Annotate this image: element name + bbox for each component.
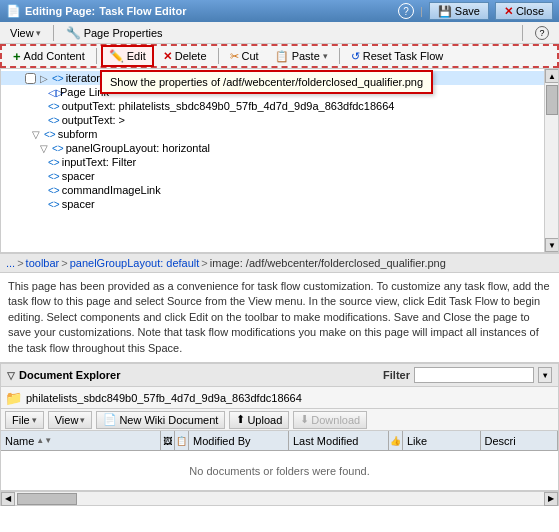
separator: |: [420, 5, 423, 17]
scroll-left-button[interactable]: ◀: [1, 492, 15, 506]
tree-item-outputtext1[interactable]: <> outputText: philatelists_sbdc849b0_57…: [1, 99, 558, 113]
menu-separator2: [522, 25, 523, 41]
info-text: This page has been provided as a conveni…: [8, 280, 550, 354]
view-menu[interactable]: View ▾: [4, 25, 47, 41]
tag-icon-subform: <>: [44, 129, 56, 140]
th-descri[interactable]: Descri: [481, 431, 559, 450]
th-modified-by[interactable]: Modified By: [189, 431, 289, 450]
scroll-up-button[interactable]: ▲: [545, 69, 559, 83]
scroll-thumb[interactable]: [546, 85, 558, 115]
tag-icon-spacer2: <>: [48, 199, 60, 210]
new-wiki-doc-icon: 📄: [103, 413, 117, 426]
tag-icon-panelgroup: <>: [52, 143, 64, 154]
table-body: No documents or folders were found.: [1, 451, 558, 491]
th-descri-label: Descri: [485, 435, 516, 447]
doc-explorer-title: Document Explorer: [19, 369, 120, 381]
folder-icon: 📁: [5, 390, 22, 406]
tag-icon-it: <>: [48, 157, 60, 168]
th-like-label: Like: [407, 435, 427, 447]
breadcrumb-toolbar[interactable]: toolbar: [26, 257, 60, 269]
tree-item-panelgroup[interactable]: ▽ <> panelGroupLayout: horizontal: [1, 141, 558, 155]
filter-scroll-button[interactable]: ▾: [538, 367, 552, 383]
delete-button[interactable]: ✕ Delete: [156, 47, 214, 66]
th-name[interactable]: Name ▲▼: [1, 431, 161, 450]
help-button[interactable]: ?: [529, 24, 555, 42]
collapse-icon[interactable]: ▽: [7, 370, 15, 381]
path-row: 📁 philatelists_sbdc849b0_57fb_4d7d_9d9a_…: [1, 387, 558, 409]
tag-icon-ot2: <>: [48, 115, 60, 126]
th-like-icon-col: 👍: [389, 431, 403, 450]
breadcrumb-panelgroup[interactable]: panelGroupLayout: default: [70, 257, 200, 269]
tree-scrollbar[interactable]: ▲ ▼: [544, 69, 558, 252]
paste-button[interactable]: 📋 Paste ▾: [268, 47, 335, 66]
tree-label-subform: subform: [58, 128, 98, 140]
breadcrumb-image: image: /adf/webcenter/folderclosed_quali…: [210, 257, 446, 269]
close-x-icon: ✕: [504, 5, 513, 18]
th-icon: 🖼: [163, 436, 172, 446]
view-menu-button[interactable]: View ▾: [48, 411, 93, 429]
tree-item-outputtext2[interactable]: <> outputText: >: [1, 113, 558, 127]
expand-icon-iterator[interactable]: ▷: [40, 73, 50, 84]
help-icon[interactable]: ?: [398, 3, 414, 19]
toolbar: + Add Content ✏️ Edit ✕ Delete ✂ Cut 📋 P…: [0, 44, 559, 68]
table-header: Name ▲▼ 🖼 📋 Modified By Last Modified 👍 …: [1, 431, 558, 451]
tree-item-spacer1[interactable]: <> spacer: [1, 169, 558, 183]
tree-item-inputtext[interactable]: <> inputText: Filter: [1, 155, 558, 169]
edit-pencil-icon: ✏️: [109, 49, 124, 63]
iterator-checkbox[interactable]: [25, 73, 36, 84]
file-menu-chevron: ▾: [32, 415, 37, 425]
breadcrumb-ellipsis[interactable]: ...: [6, 257, 15, 269]
doc-toolbar: File ▾ View ▾ 📄 New Wiki Document ⬆ Uplo…: [1, 409, 558, 431]
expand-icon-panelgroup[interactable]: ▽: [40, 143, 50, 154]
scroll-h-track: [15, 492, 544, 505]
breadcrumb: ... > toolbar > panelGroupLayout: defaul…: [0, 253, 559, 273]
scroll-right-button[interactable]: ▶: [544, 492, 558, 506]
title-bar-right: ? | 💾 Save ✕ Close: [398, 2, 553, 20]
upload-icon: ⬆: [236, 413, 245, 426]
help-circle-icon: ?: [535, 26, 549, 40]
tooltip: Show the properties of /adf/webcenter/fo…: [100, 70, 433, 94]
close-button[interactable]: ✕ Close: [495, 2, 553, 20]
sort-icon-name[interactable]: ▲▼: [36, 436, 52, 445]
scroll-h-thumb[interactable]: [17, 493, 77, 505]
doc-explorer-header: ▽ Document Explorer Filter ▾: [1, 364, 558, 387]
info-panel: This page has been provided as a conveni…: [0, 273, 559, 363]
horizontal-scrollbar[interactable]: ◀ ▶: [1, 491, 558, 505]
paste-icon: 📋: [275, 50, 289, 63]
add-content-button[interactable]: + Add Content: [6, 46, 92, 67]
tree-label-commandimagelink: commandImageLink: [62, 184, 161, 196]
page-title: Task Flow Editor: [99, 5, 186, 17]
save-button[interactable]: 💾 Save: [429, 2, 489, 20]
tree-label-panelgroup: panelGroupLayout: horizontal: [66, 142, 210, 154]
title-bar-left: 📄 Editing Page: Task Flow Editor: [6, 4, 186, 18]
doc-filter-area: Filter ▾: [383, 367, 552, 383]
tree-label-iterator: iterator: [66, 72, 100, 84]
upload-button[interactable]: ⬆ Upload: [229, 411, 289, 429]
tree-item-commandimagelink[interactable]: <> commandImageLink: [1, 183, 558, 197]
download-button[interactable]: ⬇ Download: [293, 411, 367, 429]
th-last-modified-label: Last Modified: [293, 435, 358, 447]
expand-icon-pagelink[interactable]: ◁▷: [48, 87, 58, 98]
tree-item-subform[interactable]: ▽ <> subform: [1, 127, 558, 141]
filter-input[interactable]: [414, 367, 534, 383]
page-properties-button[interactable]: 🔧 Page Properties: [60, 24, 169, 42]
view-menu-chevron: ▾: [36, 28, 41, 38]
tree-label-outputtext1: outputText: philatelists_sbdc849b0_57fb_…: [62, 100, 395, 112]
scroll-down-button[interactable]: ▼: [545, 238, 559, 252]
th-last-modified[interactable]: Last Modified: [289, 431, 389, 450]
tree-item-spacer2[interactable]: <> spacer: [1, 197, 558, 211]
th-like[interactable]: Like: [403, 431, 481, 450]
tree-panel[interactable]: ▷ <> iterator ◁▷ Page Link <> outputText…: [0, 68, 559, 253]
expand-icon-subform[interactable]: ▽: [32, 129, 42, 140]
path-text: philatelists_sbdc849b0_57fb_4d7d_9d9a_86…: [26, 392, 302, 404]
new-wiki-doc-button[interactable]: 📄 New Wiki Document: [96, 411, 225, 429]
th-icon-col: 🖼: [161, 431, 175, 450]
cut-button[interactable]: ✂ Cut: [223, 47, 266, 66]
filter-label: Filter: [383, 369, 410, 381]
toolbar-container: + Add Content ✏️ Edit ✕ Delete ✂ Cut 📋 P…: [0, 44, 559, 68]
edit-button[interactable]: ✏️ Edit: [101, 45, 154, 67]
toolbar-sep1: [96, 48, 97, 64]
reset-task-flow-button[interactable]: ↺ Reset Task Flow: [344, 47, 451, 66]
file-menu-button[interactable]: File ▾: [5, 411, 44, 429]
save-icon: 💾: [438, 5, 452, 18]
